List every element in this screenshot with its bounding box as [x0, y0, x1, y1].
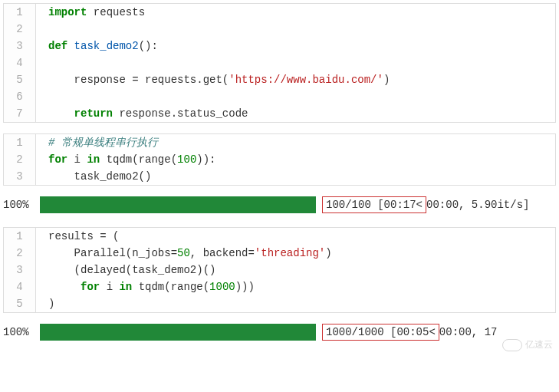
code-content	[36, 21, 48, 38]
progress-fill	[40, 324, 316, 341]
code-content: Parallel(n_jobs=50, backend='threading')	[36, 245, 332, 262]
code-line: 1 # 常规单线程串行执行	[4, 134, 555, 151]
code-content: import requests	[36, 4, 145, 21]
lineno: 4	[4, 278, 36, 295]
code-line: 3 def task_demo2():	[4, 38, 555, 54]
code-content: )	[36, 295, 54, 312]
code-block-3: 1 results = ( 2 Parallel(n_jobs=50, back…	[3, 227, 556, 313]
code-line: 1 import requests	[4, 4, 555, 21]
code-block-2: 1 # 常规单线程串行执行 2 for i in tqdm(range(100)…	[3, 133, 556, 186]
code-line: 3 task_demo2()	[4, 168, 555, 185]
code-content: response = requests.get('https://www.bai…	[36, 71, 390, 88]
lineno: 2	[4, 151, 36, 168]
code-line: 7 return response.status_code	[4, 105, 555, 122]
code-content	[36, 88, 48, 105]
watermark-text: 亿速云	[525, 338, 553, 351]
lineno: 3	[4, 38, 36, 54]
code-line: 1 results = (	[4, 228, 555, 245]
lineno: 1	[4, 134, 36, 151]
progress-bar	[40, 196, 316, 213]
code-line: 4 for i in tqdm(range(1000)))	[4, 278, 555, 295]
code-line: 5 response = requests.get('https://www.b…	[4, 71, 555, 88]
lineno: 4	[4, 54, 36, 71]
code-line: 5 )	[4, 295, 555, 312]
highlight-box: 100/100 [00:17<	[322, 196, 426, 213]
progress-bar	[40, 324, 316, 341]
code-content: def task_demo2():	[36, 38, 158, 54]
progress-percent: 100%	[3, 326, 40, 338]
code-content: results = (	[36, 228, 119, 245]
code-content: task_demo2()	[36, 168, 151, 185]
lineno: 5	[4, 295, 36, 312]
progress-percent: 100%	[3, 199, 40, 211]
lineno: 7	[4, 105, 36, 122]
code-content: (delayed(task_demo2)()	[36, 262, 215, 278]
code-line: 2 for i in tqdm(range(100)):	[4, 151, 555, 168]
highlight-box: 1000/1000 [00:05<	[322, 324, 439, 341]
code-content: return response.status_code	[36, 105, 248, 122]
code-line: 2 Parallel(n_jobs=50, backend='threading…	[4, 245, 555, 262]
code-content: # 常规单线程串行执行	[36, 134, 158, 151]
progress-stats: 1000/1000 [00:05<00:00, 17	[322, 324, 497, 341]
lineno: 5	[4, 71, 36, 88]
lineno: 3	[4, 168, 36, 185]
progress-row-1: 100% 100/100 [00:17<00:00, 5.90it/s]	[3, 196, 556, 213]
lineno: 1	[4, 228, 36, 245]
code-line: 6	[4, 88, 555, 105]
lineno: 3	[4, 262, 36, 278]
code-line: 2	[4, 21, 555, 38]
code-content: for i in tqdm(range(1000)))	[36, 278, 255, 295]
lineno: 6	[4, 88, 36, 105]
lineno: 1	[4, 4, 36, 21]
watermark: 亿速云	[502, 338, 553, 351]
progress-row-2: 100% 1000/1000 [00:05<00:00, 17	[3, 324, 556, 341]
lineno: 2	[4, 245, 36, 262]
code-line: 3 (delayed(task_demo2)()	[4, 262, 555, 278]
code-block-1: 1 import requests 2 3 def task_demo2(): …	[3, 3, 556, 123]
progress-stats: 100/100 [00:17<00:00, 5.90it/s]	[322, 196, 529, 213]
progress-fill	[40, 196, 316, 213]
cloud-icon	[502, 339, 522, 351]
lineno: 2	[4, 21, 36, 38]
code-content: for i in tqdm(range(100)):	[36, 151, 216, 168]
code-content	[36, 54, 48, 71]
code-line: 4	[4, 54, 555, 71]
